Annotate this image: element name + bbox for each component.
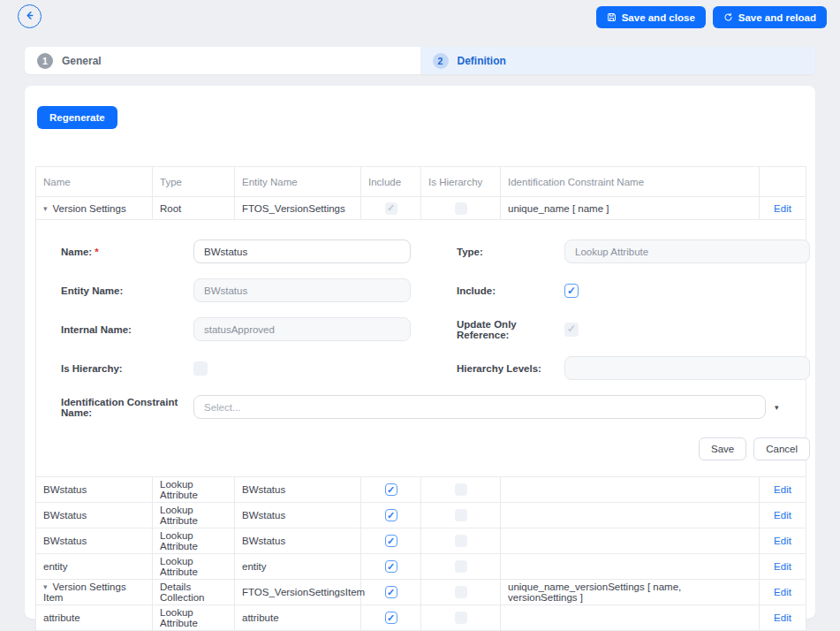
row-type: Lookup Attribute bbox=[153, 503, 235, 528]
back-button[interactable] bbox=[18, 4, 42, 28]
tab-general[interactable]: 1 General bbox=[25, 47, 420, 74]
row-type: Details Collection bbox=[153, 580, 235, 605]
include-checkbox-cell bbox=[361, 503, 421, 528]
required-asterisk: * bbox=[95, 247, 98, 257]
include-checkbox[interactable] bbox=[385, 586, 397, 598]
step-number-badge: 2 bbox=[433, 53, 449, 69]
identification-constraint-select[interactable]: Select... bbox=[193, 395, 766, 419]
caret-down-icon[interactable]: ▾ bbox=[43, 204, 48, 213]
row-name-cell: ▾Version Settings Item bbox=[36, 580, 153, 605]
edit-link[interactable]: Edit bbox=[774, 561, 791, 572]
row-entity-name: FTOS_VersionSettings bbox=[235, 197, 361, 220]
include-checkbox[interactable] bbox=[385, 483, 397, 496]
table-row: ▾Version SettingsRootFTOS_VersionSetting… bbox=[36, 197, 806, 220]
top-bar: Save and close Save and reload bbox=[0, 0, 840, 40]
table-body-form: Name:* Type: Entity Name: Include: bbox=[36, 220, 806, 477]
include-checkbox[interactable] bbox=[385, 535, 397, 547]
edit-link[interactable]: Edit bbox=[774, 510, 791, 521]
include-checkbox-cell bbox=[361, 580, 421, 605]
is-hierarchy-checkbox-cell bbox=[421, 528, 501, 554]
is-hierarchy-checkbox bbox=[455, 202, 467, 215]
edit-link[interactable]: Edit bbox=[774, 484, 791, 495]
row-entity-name: entity bbox=[235, 554, 361, 580]
edit-link[interactable]: Edit bbox=[774, 536, 791, 546]
edit-link[interactable]: Edit bbox=[774, 587, 791, 597]
regenerate-button[interactable]: Regenerate bbox=[37, 106, 117, 129]
row-edit-cell: Edit bbox=[760, 503, 806, 528]
include-checkbox[interactable] bbox=[385, 509, 397, 521]
edit-link[interactable]: Edit bbox=[774, 203, 791, 214]
column-header-name: Name bbox=[36, 167, 153, 197]
name-input[interactable] bbox=[193, 239, 411, 263]
include-checkbox-cell bbox=[361, 554, 421, 580]
save-icon bbox=[607, 12, 617, 22]
table-body-bottom: BWstatusLookup AttributeBWstatusEditBWst… bbox=[36, 477, 806, 631]
form-cancel-button[interactable]: Cancel bbox=[753, 437, 810, 460]
column-header-actions bbox=[760, 167, 806, 197]
step-label: General bbox=[62, 55, 102, 67]
include-checkbox[interactable] bbox=[564, 284, 579, 298]
column-header-include: Include bbox=[361, 167, 421, 197]
row-entity-name: BWstatus bbox=[235, 528, 361, 554]
save-and-reload-button[interactable]: Save and reload bbox=[713, 6, 827, 28]
step-bar: 1 General 2 Definition bbox=[25, 47, 815, 74]
dropdown-caret-icon[interactable]: ▾ bbox=[775, 403, 779, 412]
definition-table: Name Type Entity Name Include Is Hierarc… bbox=[35, 166, 806, 631]
type-field-row: Type: bbox=[457, 239, 810, 263]
row-identification-constraint: unique_name [ name ] bbox=[501, 197, 760, 220]
include-checkbox-cell bbox=[361, 477, 421, 503]
row-identification-constraint bbox=[501, 477, 760, 503]
is-hierarchy-field-row: Is Hierarchy: bbox=[61, 356, 411, 380]
table-row: BWstatusLookup AttributeBWstatusEdit bbox=[36, 528, 806, 554]
column-header-entity-name: Entity Name bbox=[235, 167, 361, 197]
include-checkbox-cell bbox=[361, 605, 421, 631]
caret-down-icon[interactable]: ▾ bbox=[43, 582, 48, 591]
column-header-identification-constraint-name: Identification Constraint Name bbox=[501, 167, 760, 197]
inline-edit-form: Name:* Type: Entity Name: Include: bbox=[36, 220, 806, 477]
select-placeholder: Select... bbox=[204, 402, 241, 413]
row-edit-cell: Edit bbox=[760, 580, 806, 605]
row-edit-cell: Edit bbox=[760, 528, 806, 554]
table-row: attributeLookup AttributeattributeEdit bbox=[36, 605, 806, 631]
row-type: Lookup Attribute bbox=[153, 477, 235, 503]
update-only-reference-checkbox bbox=[564, 323, 579, 337]
table-row: BWstatusLookup AttributeBWstatusEdit bbox=[36, 503, 806, 528]
row-name: Version Settings Item bbox=[43, 582, 126, 603]
is-hierarchy-checkbox bbox=[455, 612, 467, 624]
identification-constraint-label: Identification Constraint Name: bbox=[61, 397, 193, 418]
row-identification-constraint: unique_name_versionSettings [ name, vers… bbox=[501, 580, 760, 605]
include-checkbox[interactable] bbox=[385, 612, 397, 624]
row-edit-cell: Edit bbox=[760, 197, 806, 220]
is-hierarchy-checkbox bbox=[455, 535, 467, 547]
type-input bbox=[564, 239, 810, 263]
table-row: entityLookup AttributeentityEdit bbox=[36, 554, 806, 580]
identification-constraint-field-row: Identification Constraint Name: Select..… bbox=[61, 395, 810, 419]
is-hierarchy-checkbox-cell bbox=[421, 580, 501, 605]
is-hierarchy-checkbox bbox=[455, 586, 467, 598]
row-identification-constraint bbox=[501, 503, 760, 528]
arrow-left-icon bbox=[24, 10, 35, 24]
row-edit-cell: Edit bbox=[760, 554, 806, 580]
include-label: Include: bbox=[457, 285, 564, 296]
is-hierarchy-checkbox bbox=[455, 483, 467, 496]
row-type: Root bbox=[153, 197, 235, 220]
table-row: ▾Version Settings ItemDetails Collection… bbox=[36, 580, 806, 605]
save-and-close-label: Save and close bbox=[622, 12, 695, 23]
type-label: Type: bbox=[457, 247, 564, 257]
row-entity-name: BWstatus bbox=[235, 477, 361, 503]
is-hierarchy-checkbox-cell bbox=[421, 554, 501, 580]
form-save-button[interactable]: Save bbox=[699, 437, 746, 460]
row-name-cell: ▾Version Settings bbox=[36, 197, 153, 220]
row-name: BWstatus bbox=[43, 484, 87, 495]
row-entity-name: FTOS_VersionSettingsItem bbox=[235, 580, 361, 605]
step-number-badge: 1 bbox=[37, 53, 53, 69]
row-identification-constraint bbox=[501, 528, 760, 554]
row-name: entity bbox=[43, 561, 68, 572]
tab-definition[interactable]: 2 Definition bbox=[420, 47, 816, 74]
entity-name-input bbox=[193, 278, 411, 302]
edit-link[interactable]: Edit bbox=[774, 612, 791, 623]
row-name-cell: BWstatus bbox=[36, 503, 153, 528]
include-checkbox[interactable] bbox=[385, 560, 397, 573]
is-hierarchy-checkbox-cell bbox=[421, 477, 501, 503]
save-and-close-button[interactable]: Save and close bbox=[596, 6, 706, 28]
